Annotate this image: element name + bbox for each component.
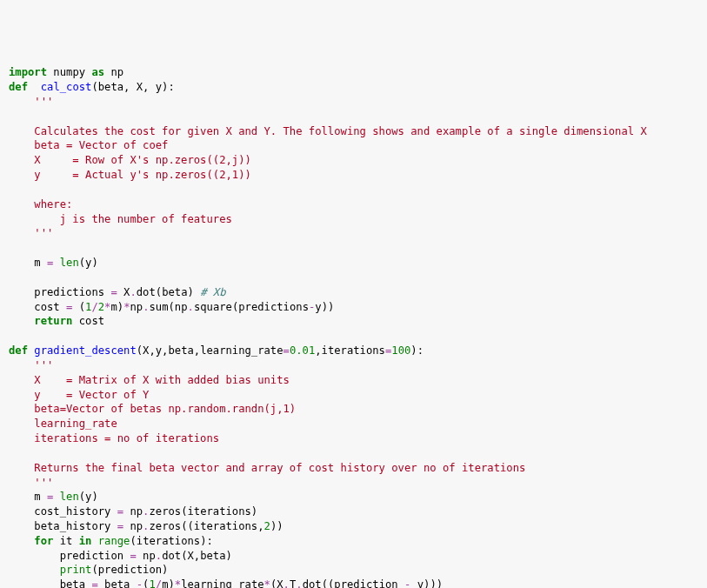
code-text: np: [123, 520, 143, 532]
docstring: j is the number of features: [9, 213, 232, 225]
code-text: ):: [410, 344, 424, 357]
kw-def: def: [9, 81, 28, 93]
docstring: [9, 184, 15, 196]
code-block: import numpy as np def cal_cost(beta, X,…: [9, 65, 698, 588]
op-assign: =: [91, 578, 97, 588]
code-text: m: [9, 257, 47, 269]
code-text: [53, 257, 59, 269]
code-text: [53, 491, 59, 503]
code-text: beta: [98, 578, 137, 588]
code-text: prediction: [9, 550, 130, 562]
code-text: (y): [79, 491, 98, 503]
builtin-len: len: [60, 491, 79, 503]
docstring: ''': [9, 96, 53, 108]
code-text: numpy: [47, 66, 91, 78]
code-text: sum(np: [150, 301, 188, 313]
num: 100: [391, 344, 410, 357]
code-text: )): [270, 520, 283, 532]
code-text: np: [137, 550, 156, 562]
kw-def: def: [9, 344, 28, 357]
code-text: np: [130, 301, 143, 313]
docstring: [9, 447, 15, 459]
docstring: X = Row of X's np.zeros((2,j)): [9, 154, 251, 166]
code-text: dot(beta): [137, 286, 200, 298]
builtin-len: len: [60, 257, 79, 269]
code-text: m: [9, 491, 47, 503]
code-text: square(predictions: [194, 301, 309, 313]
op-dot: .: [188, 301, 194, 313]
kw-in: in: [79, 535, 92, 547]
op-minus: -: [137, 578, 143, 588]
code-text: dot((prediction: [303, 578, 404, 588]
docstring: X = Matrix of X with added bias units: [9, 374, 290, 386]
blank-line: [9, 330, 15, 342]
op-dot: .: [143, 301, 149, 313]
num: 2: [264, 520, 270, 532]
code-text: (X,y,beta,learning_rate: [137, 344, 283, 357]
code-text: (: [72, 301, 85, 313]
builtin-print: print: [60, 564, 92, 576]
code-text: [91, 535, 97, 547]
code-text: np: [104, 66, 123, 78]
op-div: /: [91, 301, 97, 313]
docstring: learning_rate: [9, 418, 123, 430]
code-text: cost_history: [9, 505, 117, 518]
op-dot: .: [296, 578, 302, 588]
docstring: ''': [9, 227, 53, 239]
code-text: (prediction): [91, 564, 168, 576]
code-text: zeros(iterations): [149, 505, 257, 518]
blank-line: [9, 242, 15, 254]
code-text: (iterations):: [130, 535, 212, 547]
code-text: cost: [9, 301, 66, 313]
code-text: (y): [79, 257, 98, 269]
code-text: m): [110, 301, 123, 313]
docstring: beta = Vector of coef: [9, 139, 168, 151]
op-assign: =: [110, 286, 117, 298]
num: 1: [149, 578, 155, 588]
docstring: y = Vector of Y: [9, 389, 149, 401]
num: 2: [98, 301, 104, 313]
kw-as: as: [91, 66, 104, 78]
kw-import: import: [9, 66, 47, 78]
op-dot: .: [283, 578, 290, 588]
docstring: where:: [9, 198, 72, 210]
docstring: beta=Vector of betas np.random.randn(j,1…: [9, 403, 296, 415]
docstring: Calculates the cost for given X and Y. T…: [9, 125, 647, 137]
code-text: predictions: [9, 286, 110, 298]
comment: # Xb: [200, 286, 225, 298]
num: 0.01: [290, 344, 315, 357]
code-text: m): [162, 578, 175, 588]
code-text: dot(X,beta): [162, 550, 232, 562]
blank-line: [9, 271, 15, 284]
docstring: ''': [9, 359, 53, 371]
code-text: cost: [72, 315, 104, 327]
docstring: ''': [9, 477, 53, 489]
docstring: [9, 110, 15, 123]
docstring: y = Actual y's np.zeros((2,1)): [9, 169, 251, 181]
code-text: [9, 315, 34, 327]
code-text: (X: [270, 578, 283, 588]
builtin-range: range: [98, 535, 130, 547]
code-text: y))): [410, 578, 443, 588]
code-text: zeros((iterations,: [149, 520, 263, 532]
kw-for: for: [34, 535, 53, 547]
code-text: it: [53, 535, 78, 547]
op-assign: =: [117, 505, 123, 518]
fn-cal-cost: cal_cost: [41, 81, 92, 93]
fn-gradient-descent: gradient_descent: [34, 344, 136, 357]
op-assign: =: [117, 520, 123, 532]
op-mul: *: [264, 578, 270, 588]
code-text: [9, 535, 34, 547]
op-assign: =: [283, 344, 290, 357]
op-assign: =: [130, 550, 136, 562]
code-text: learning_rate: [181, 578, 263, 588]
code-text: np: [123, 505, 143, 518]
code-text: ,iterations: [315, 344, 385, 357]
code-text: y)): [315, 301, 334, 313]
code-text: (beta, X, y):: [91, 81, 174, 93]
code-text: beta: [9, 578, 91, 588]
code-text: [9, 564, 60, 576]
code-text: beta_history: [9, 520, 117, 532]
kw-return: return: [34, 315, 72, 327]
code-text: [28, 81, 41, 93]
